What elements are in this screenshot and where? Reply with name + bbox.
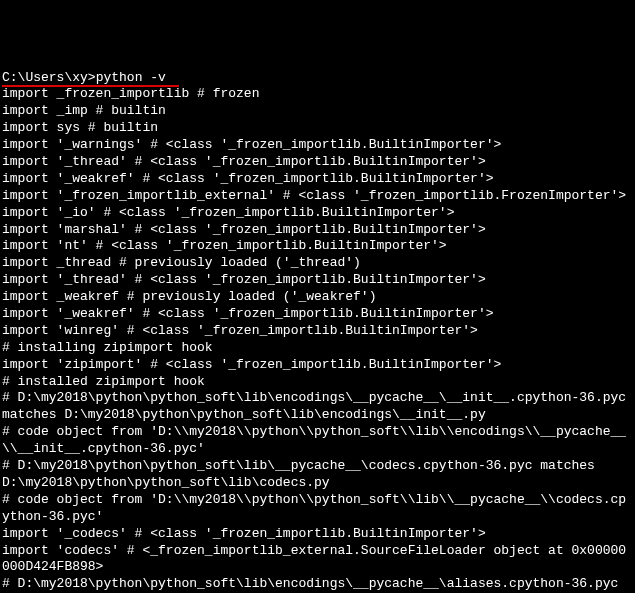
output-line: import '_weakref' # <class '_frozen_impo… — [2, 306, 633, 323]
output-line: # installed zipimport hook — [2, 374, 633, 391]
output-line: # D:\my2018\python\python_soft\lib\encod… — [2, 390, 633, 424]
output-line: # code object from 'D:\\my2018\\python\\… — [2, 424, 633, 458]
output-line: import '_weakref' # <class '_frozen_impo… — [2, 171, 633, 188]
command-prompt-line[interactable]: C:\Users\xy>python -v — [2, 70, 166, 87]
output-line: import 'winreg' # <class '_frozen_import… — [2, 323, 633, 340]
terminal-output: import _frozen_importlib # frozenimport … — [2, 86, 633, 593]
output-line: import '_thread' # <class '_frozen_impor… — [2, 154, 633, 171]
red-underline-annotation — [2, 85, 179, 87]
output-line: import 'codecs' # <_frozen_importlib_ext… — [2, 543, 633, 577]
prompt-path: C:\Users\xy> — [2, 70, 96, 85]
output-line: import sys # builtin — [2, 120, 633, 137]
output-line: import '_thread' # <class '_frozen_impor… — [2, 272, 633, 289]
output-line: import '_codecs' # <class '_frozen_impor… — [2, 526, 633, 543]
output-line: import _weakref # previously loaded ('_w… — [2, 289, 633, 306]
output-line: # code object from 'D:\\my2018\\python\\… — [2, 492, 633, 526]
output-line: # D:\my2018\python\python_soft\lib\encod… — [2, 576, 633, 593]
output-line: import _imp # builtin — [2, 103, 633, 120]
output-line: # installing zipimport hook — [2, 340, 633, 357]
output-line: import 'zipimport' # <class '_frozen_imp… — [2, 357, 633, 374]
output-line: import _frozen_importlib # frozen — [2, 86, 633, 103]
output-line: import '_warnings' # <class '_frozen_imp… — [2, 137, 633, 154]
output-line: import _thread # previously loaded ('_th… — [2, 255, 633, 272]
command-text: python -v — [96, 70, 166, 85]
output-line: import 'nt' # <class '_frozen_importlib.… — [2, 238, 633, 255]
output-line: import 'marshal' # <class '_frozen_impor… — [2, 222, 633, 239]
output-line: # D:\my2018\python\python_soft\lib\__pyc… — [2, 458, 633, 492]
output-line: import '_frozen_importlib_external' # <c… — [2, 188, 633, 205]
output-line: import '_io' # <class '_frozen_importlib… — [2, 205, 633, 222]
